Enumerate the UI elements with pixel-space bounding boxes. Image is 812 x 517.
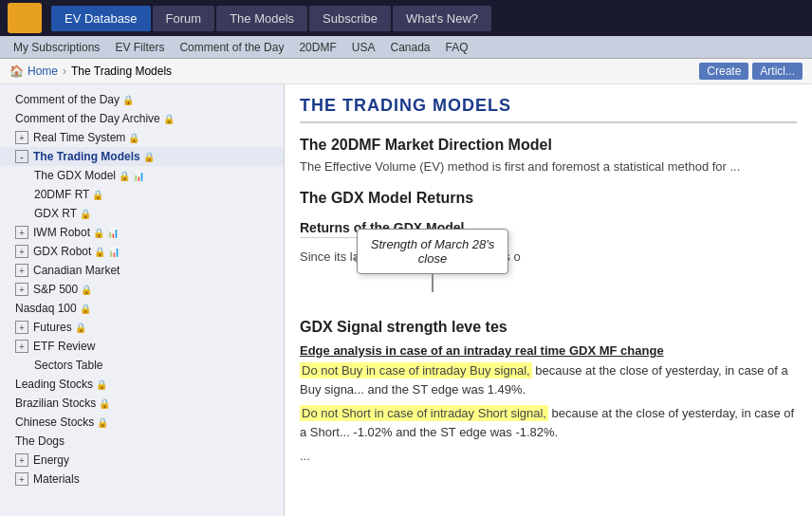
callout-tail-line bbox=[432, 273, 434, 292]
expander-canadian[interactable]: + bbox=[15, 264, 28, 277]
sidebar-item-gdx-rt[interactable]: GDX RT 🔒 bbox=[0, 204, 284, 223]
sidebar-item-comment-archive[interactable]: Comment of the Day Archive 🔒 bbox=[0, 109, 284, 128]
sub-nav-faq[interactable]: FAQ bbox=[438, 39, 476, 56]
trading-models-label: The Trading Models bbox=[33, 150, 140, 163]
main-layout: Comment of the Day 🔒 Comment of the Day … bbox=[0, 84, 812, 516]
breadcrumb: 🏠 Home › The Trading Models Create Artic… bbox=[0, 59, 812, 84]
lock-icon-6: 🔒 bbox=[92, 190, 103, 200]
sidebar-item-the-dogs[interactable]: The Dogs bbox=[0, 432, 284, 451]
callout-box: Strength of March 28's close bbox=[357, 229, 508, 274]
lock-icon-3: 🔒 bbox=[128, 133, 139, 143]
gdx-rt-label: GDX RT bbox=[34, 207, 77, 220]
section1-title: The 20DMF Market Direction Model bbox=[300, 137, 797, 154]
expander-iwm[interactable]: + bbox=[15, 226, 28, 239]
etf-review-label: ETF Review bbox=[33, 340, 95, 353]
sidebar-item-comment-of-day[interactable]: Comment of the Day 🔒 bbox=[0, 90, 284, 109]
sub-nav-my-subscriptions[interactable]: My Subscriptions bbox=[6, 39, 107, 56]
sidebar-item-trading-models[interactable]: - The Trading Models 🔒 bbox=[0, 147, 284, 166]
canadian-market-label: Canadian Market bbox=[33, 264, 120, 277]
expander-gdx-robot[interactable]: + bbox=[15, 245, 28, 258]
expander-real-time[interactable]: + bbox=[15, 131, 28, 144]
sidebar: Comment of the Day 🔒 Comment of the Day … bbox=[0, 84, 285, 516]
lock-icon-7: 🔒 bbox=[80, 209, 91, 219]
logo-area bbox=[8, 3, 42, 33]
section3-title-end: tes bbox=[486, 319, 508, 335]
nav-tab-subscribe[interactable]: Subscribe bbox=[309, 6, 391, 31]
sidebar-item-chinese-stocks[interactable]: Chinese Stocks 🔒 bbox=[0, 413, 284, 432]
expander-energy[interactable]: + bbox=[15, 453, 28, 467]
sub-nav-canada[interactable]: Canada bbox=[382, 39, 437, 56]
lock-icon-9: 🔒 bbox=[94, 247, 105, 257]
comment-archive-label: Comment of the Day Archive bbox=[15, 112, 160, 125]
sidebar-item-20dmf-rt[interactable]: 20DMF RT 🔒 bbox=[0, 185, 284, 204]
sidebar-item-leading-stocks[interactable]: Leading Stocks 🔒 bbox=[0, 375, 284, 394]
leading-stocks-label: Leading Stocks bbox=[15, 378, 93, 391]
edge-label: Edge analysis in case of an intraday rea… bbox=[300, 343, 797, 358]
comment-of-day-label: Comment of the Day bbox=[15, 93, 120, 106]
sidebar-item-nasdaq[interactable]: Nasdaq 100 🔒 bbox=[0, 299, 284, 318]
gdx-model-label: The GDX Model bbox=[34, 169, 116, 182]
sub-nav-usa[interactable]: USA bbox=[344, 39, 383, 56]
lock-icon-4: 🔒 bbox=[143, 152, 155, 162]
sidebar-item-sp500[interactable]: + S&P 500 🔒 bbox=[0, 280, 284, 299]
gdx-robot-chart-icon: 📊 bbox=[108, 247, 120, 257]
edge-section: Edge analysis in case of an intraday rea… bbox=[300, 343, 797, 466]
sidebar-item-canadian-market[interactable]: + Canadian Market bbox=[0, 261, 284, 280]
expander-sp500[interactable]: + bbox=[15, 283, 28, 296]
sidebar-item-materials[interactable]: + Materials bbox=[0, 470, 284, 489]
sub-navigation: My Subscriptions EV Filters Comment of t… bbox=[0, 36, 812, 59]
expander-etf[interactable]: + bbox=[15, 340, 28, 353]
sidebar-item-brazilian-stocks[interactable]: Brazilian Stocks 🔒 bbox=[0, 394, 284, 413]
lock-icon-8: 🔒 bbox=[93, 228, 104, 238]
expander-futures[interactable]: + bbox=[15, 321, 28, 334]
sidebar-item-gdx-model[interactable]: The GDX Model 🔒 📊 bbox=[0, 166, 284, 185]
section2-title: The GDX Model Returns bbox=[300, 190, 797, 207]
iwm-robot-label: IWM Robot bbox=[33, 226, 90, 239]
sidebar-item-futures[interactable]: + Futures 🔒 bbox=[0, 318, 284, 337]
expander-materials[interactable]: + bbox=[15, 472, 28, 486]
sub-nav-ev-filters[interactable]: EV Filters bbox=[107, 39, 172, 56]
sub-nav-comment-of-day[interactable]: Comment of the Day bbox=[172, 39, 291, 56]
sidebar-item-real-time-system[interactable]: + Real Time System 🔒 bbox=[0, 128, 284, 147]
gdx-robot-label: GDX Robot bbox=[33, 245, 91, 258]
the-dogs-label: The Dogs bbox=[15, 434, 65, 448]
futures-label: Futures bbox=[33, 321, 72, 334]
page-title: THE TRADING MODELS bbox=[300, 96, 797, 123]
section3-title-text: GDX Signal strength leve bbox=[300, 319, 481, 335]
gdx-chart-icon: 📊 bbox=[133, 171, 144, 181]
sidebar-item-gdx-robot[interactable]: + GDX Robot 🔒 📊 bbox=[0, 242, 284, 261]
expander-trading-models[interactable]: - bbox=[15, 150, 28, 163]
sp500-label: S&P 500 bbox=[33, 283, 78, 296]
lock-icon-12: 🔒 bbox=[75, 323, 86, 333]
breadcrumb-separator: › bbox=[63, 65, 66, 78]
nav-tab-the-models[interactable]: The Models bbox=[216, 6, 307, 31]
materials-label: Materials bbox=[33, 472, 80, 486]
section3-title: GDX Signal strength leveltes bbox=[300, 319, 797, 336]
breadcrumb-home-link[interactable]: Home bbox=[28, 65, 58, 78]
content-area: THE TRADING MODELS The 20DMF Market Dire… bbox=[285, 84, 812, 516]
section1-desc: The Effective Volume (EV) method is firs… bbox=[300, 157, 797, 176]
energy-label: Energy bbox=[33, 453, 69, 467]
sub-nav-20dmf[interactable]: 20DMF bbox=[291, 39, 343, 56]
ellipsis-text: ... bbox=[300, 447, 797, 466]
lock-icon-15: 🔒 bbox=[97, 417, 108, 428]
gdx-callout-row: Since its launch in December 2011, as o … bbox=[300, 248, 797, 272]
sidebar-item-energy[interactable]: + Energy bbox=[0, 451, 284, 470]
sidebar-item-sectors-table[interactable]: Sectors Table bbox=[0, 356, 284, 375]
breadcrumb-current: The Trading Models bbox=[71, 65, 172, 78]
sidebar-item-etf-review[interactable]: + ETF Review bbox=[0, 337, 284, 356]
brazilian-stocks-label: Brazilian Stocks bbox=[15, 397, 96, 410]
iwm-chart-icon: 📊 bbox=[107, 228, 119, 238]
buy-signal-text: Do not Buy in case of intraday Buy signa… bbox=[300, 361, 797, 398]
nav-tab-ev-database[interactable]: EV Database bbox=[51, 6, 151, 31]
short-signal-text: Do not Short in case of intraday Short s… bbox=[300, 404, 797, 441]
create-button[interactable]: Create bbox=[699, 63, 748, 80]
nav-tab-forum[interactable]: Forum bbox=[153, 6, 215, 31]
article-button[interactable]: Articl... bbox=[752, 63, 803, 80]
nasdaq-label: Nasdaq 100 bbox=[15, 302, 77, 315]
sidebar-item-iwm-robot[interactable]: + IWM Robot 🔒 📊 bbox=[0, 223, 284, 242]
lock-icon-13: 🔒 bbox=[96, 379, 107, 390]
sectors-table-label: Sectors Table bbox=[34, 359, 103, 372]
nav-tab-whats-new[interactable]: What's New? bbox=[393, 6, 491, 31]
lock-icon-11: 🔒 bbox=[80, 304, 91, 314]
